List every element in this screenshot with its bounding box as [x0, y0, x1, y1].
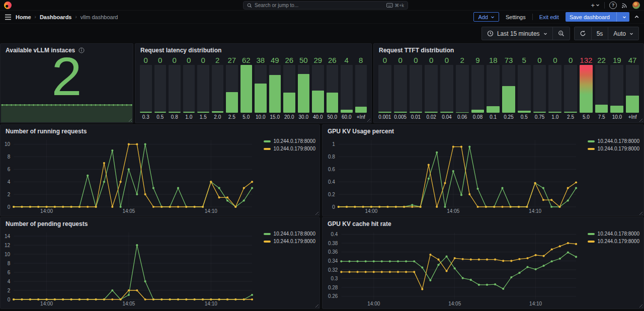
panel-resize-handle[interactable] — [638, 303, 642, 307]
panel-title[interactable]: Number of running requests — [1, 125, 319, 136]
news-rss-icon[interactable] — [621, 2, 628, 9]
legend-item[interactable]: 10.244.0.179:8000 — [264, 146, 315, 151]
bar-column[interactable]: 00.02 — [425, 55, 438, 120]
panel-resize-handle[interactable] — [638, 210, 642, 215]
bar-column[interactable]: 4915.0 — [269, 55, 281, 120]
line-chart-svg[interactable]: 00.20.40.60.8114:0014:0514:10 — [325, 136, 579, 214]
gpu-kv-usage-chart[interactable]: 00.20.40.60.8114:0014:0514:10 — [325, 136, 579, 214]
search-input[interactable] — [255, 3, 384, 8]
bar-column[interactable]: 00.04 — [440, 55, 453, 120]
bar-column[interactable]: 2620.0 — [283, 55, 295, 120]
bar-column[interactable]: 50.5 — [518, 55, 531, 120]
bar-column[interactable]: 2940.0 — [312, 55, 324, 120]
bar-bucket-label: 5.0 — [580, 113, 593, 120]
bar-column[interactable]: 460.0 — [341, 55, 353, 120]
panel-request-latency: Request latency distribution 00.300.500.… — [135, 43, 372, 123]
legend-item[interactable]: 10.244.0.178:8000 — [264, 231, 315, 237]
bar-column[interactable]: 5030.0 — [298, 55, 310, 120]
bar-bucket-label: 0.06 — [456, 113, 469, 120]
bar-column[interactable]: 272.5 — [226, 55, 238, 120]
help-icon[interactable]: ? — [609, 2, 617, 9]
chevron-down-icon — [629, 32, 633, 36]
bar-column[interactable]: 00.3 — [140, 55, 152, 120]
bar-track — [610, 65, 623, 113]
legend-item[interactable]: 10.244.0.178:8000 — [588, 231, 639, 237]
bar-column[interactable]: 22.0 — [212, 55, 224, 120]
bar-bucket-label: 0.08 — [471, 113, 485, 120]
legend-item[interactable]: 10.244.0.179:8000 — [264, 239, 315, 244]
breadcrumb-dashboards[interactable]: Dashboards — [40, 14, 72, 20]
legend-item[interactable]: 10.244.0.179:8000 — [588, 146, 639, 151]
panel-title[interactable]: GPU KV cache hit rate — [323, 217, 643, 228]
bar-column[interactable]: 227.5 — [595, 55, 608, 120]
cache-hit-rate-chart[interactable]: 0.260.280.30.320.340.360.380.414:0014:05… — [325, 228, 579, 307]
legend-series-label: 10.244.0.179:8000 — [274, 146, 315, 151]
bar-value-label: 18 — [487, 55, 500, 65]
running-requests-chart[interactable]: 024681014:0014:0514:10 — [3, 136, 255, 214]
bar-column[interactable]: 730.25 — [502, 55, 515, 120]
legend-item[interactable]: 10.244.0.178:8000 — [264, 138, 315, 144]
add-new-button[interactable]: + — [591, 2, 600, 9]
bar-column[interactable]: 00.001 — [378, 55, 391, 120]
bar-column[interactable]: 01.5 — [197, 55, 209, 120]
breadcrumb-separator: › — [35, 14, 36, 20]
bar-column[interactable]: 625.0 — [240, 55, 253, 120]
pending-requests-chart[interactable]: 0246810121414:0014:0514:10 — [3, 228, 255, 307]
bar-value-label: 62 — [240, 55, 253, 65]
time-range-picker[interactable]: Last 15 minutes — [482, 27, 552, 40]
exit-edit-button[interactable]: Exit edit — [537, 12, 561, 22]
bar-column[interactable]: 20.06 — [456, 55, 469, 120]
bar-value-label: 0 — [140, 55, 152, 65]
line-chart-svg[interactable]: 024681014:0014:0514:10 — [3, 136, 255, 214]
refresh-mode-picker[interactable]: Auto — [608, 27, 638, 40]
grafana-logo-icon[interactable] — [4, 2, 12, 9]
panel-title[interactable]: GPU KV Usage percent — [323, 125, 643, 136]
panel-title[interactable]: Request TTFT distribution — [374, 44, 643, 55]
latency-bar-chart[interactable]: 00.300.500.801.001.522.0272.5625.03810.0… — [140, 55, 367, 120]
bar-column[interactable]: 00.005 — [394, 55, 407, 120]
bar-column[interactable]: 90.08 — [471, 55, 485, 120]
legend-item[interactable]: 10.244.0.178:8000 — [588, 138, 639, 144]
time-toolbar: Last 15 minutes 5s Auto — [0, 24, 644, 43]
bar-column[interactable]: 01.0 — [183, 55, 195, 120]
legend-series-label: 10.244.0.178:8000 — [274, 138, 315, 144]
bar-column[interactable]: 3810.0 — [255, 55, 267, 120]
bar-column[interactable]: 00.8 — [169, 55, 181, 120]
bar-track — [140, 65, 152, 113]
bar-column[interactable]: 47+Inf — [626, 55, 639, 120]
line-chart-svg[interactable]: 0246810121414:0014:0514:10 — [3, 228, 255, 307]
line-chart-svg[interactable]: 0.260.280.30.320.340.360.380.414:0014:05… — [325, 228, 579, 307]
dashboard-grid: Available vLLM instaces 2 Request latenc… — [0, 43, 644, 311]
bar-fill — [341, 110, 353, 113]
bar-column[interactable]: 01.0 — [548, 55, 561, 120]
panel-resize-handle[interactable] — [314, 303, 318, 307]
panel-request-ttft: Request TTFT distribution 00.00100.00500… — [373, 43, 644, 123]
bar-bucket-label: 1.5 — [197, 113, 209, 120]
panel-resize-handle[interactable] — [314, 210, 318, 215]
user-avatar[interactable] — [632, 2, 640, 9]
breadcrumb-home[interactable]: Home — [16, 14, 31, 20]
legend-item[interactable]: 10.244.0.179:8000 — [588, 239, 639, 244]
bar-column[interactable]: 2650.0 — [327, 55, 339, 120]
bar-fill — [410, 112, 423, 113]
bar-column[interactable]: 02.5 — [564, 55, 577, 120]
bar-column[interactable]: 00.75 — [533, 55, 546, 120]
panel-title[interactable]: Request latency distribution — [135, 44, 371, 55]
bar-column[interactable]: 8+Inf — [355, 55, 367, 120]
zoom-out-time-button[interactable] — [552, 27, 570, 40]
add-button[interactable]: Add — [473, 12, 499, 22]
bar-column[interactable]: 00.01 — [410, 55, 423, 120]
bar-column[interactable]: 1910.0 — [610, 55, 623, 120]
panel-title[interactable]: Number of pending requests — [1, 217, 319, 228]
bar-column[interactable]: 1325.0 — [580, 55, 593, 120]
menu-hamburger-icon[interactable] — [5, 14, 12, 20]
save-dashboard-button[interactable]: Save dashboard — [566, 12, 629, 22]
bar-column[interactable]: 180.1 — [487, 55, 500, 120]
search-bar[interactable]: ⌘+k — [243, 1, 408, 10]
settings-button[interactable]: Settings — [504, 12, 528, 22]
collapse-toolbar-chevron-up-icon[interactable] — [634, 14, 639, 20]
refresh-interval-label[interactable]: 5s — [591, 27, 608, 40]
ttft-bar-chart[interactable]: 00.00100.00500.0100.0200.0420.0690.08180… — [378, 55, 639, 120]
refresh-button[interactable] — [575, 27, 591, 40]
bar-column[interactable]: 00.5 — [154, 55, 167, 120]
